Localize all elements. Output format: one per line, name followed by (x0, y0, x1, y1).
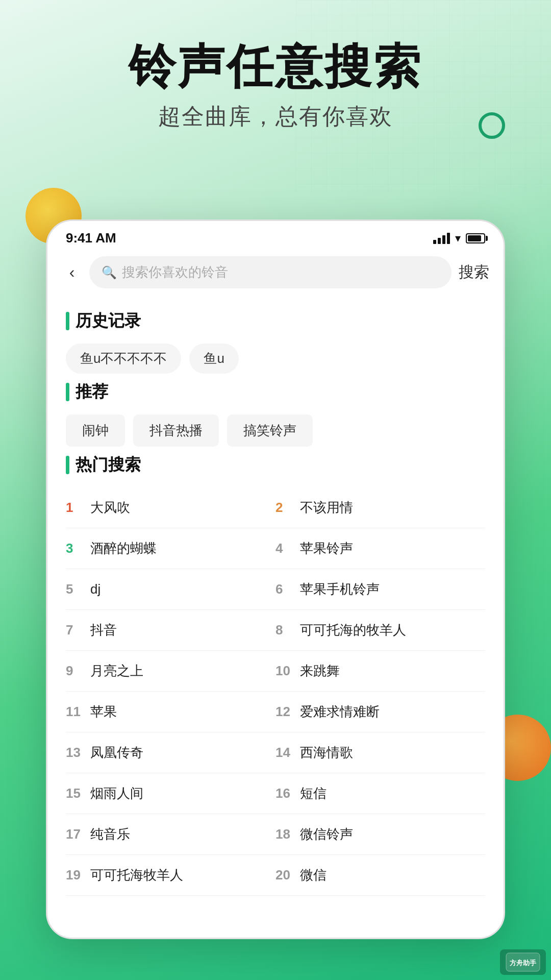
history-tags: 鱼u不不不不不 鱼u (66, 344, 485, 374)
search-icon: 🔍 (102, 265, 117, 280)
svg-text:方舟助手: 方舟助手 (509, 959, 537, 967)
status-bar: 9:41 AM ▾ (47, 221, 504, 251)
watermark-icon: 方舟助手 (505, 952, 541, 972)
hot-text-12: 爱难求情难断 (300, 703, 380, 721)
content-area: 历史记录 鱼u不不不不不 鱼u 推荐 闹钟 抖音热播 搞笑铃声 热门搜索 1 大… (47, 298, 504, 901)
hot-item-10[interactable]: 10 来跳舞 (276, 651, 485, 692)
hot-rank-13: 13 (66, 745, 81, 761)
signal-bar-3 (442, 235, 445, 244)
hot-text-9: 月亮之上 (90, 662, 143, 680)
history-tag-0[interactable]: 鱼u不不不不不 (66, 344, 181, 374)
search-box[interactable]: 🔍 搜索你喜欢的铃音 (89, 256, 452, 288)
battery-icon (466, 233, 485, 243)
hot-rank-8: 8 (276, 622, 291, 638)
hot-search-section-header: 热门搜索 (66, 454, 485, 476)
hero-title: 铃声任意搜索 (0, 41, 551, 92)
recommend-section-header: 推荐 (66, 381, 485, 403)
hot-item-20[interactable]: 20 微信 (276, 855, 485, 896)
search-placeholder: 搜索你喜欢的铃音 (122, 263, 228, 281)
hot-item-18[interactable]: 18 微信铃声 (276, 814, 485, 855)
hot-rank-3: 3 (66, 541, 81, 556)
hot-text-1: 大风吹 (90, 499, 130, 517)
hot-search-grid: 1 大风吹 2 不该用情 3 酒醉的蝴蝶 4 苹果铃声 5 dj 6 苹果手机铃… (66, 487, 485, 896)
hot-item-8[interactable]: 8 可可托海的牧羊人 (276, 610, 485, 651)
hot-item-1[interactable]: 1 大风吹 (66, 487, 276, 528)
hot-rank-1: 1 (66, 500, 81, 516)
history-section-bar (66, 312, 69, 330)
rec-tag-2[interactable]: 搞笑铃声 (227, 414, 313, 447)
hot-text-6: 苹果手机铃声 (300, 580, 380, 598)
search-button[interactable]: 搜索 (459, 262, 489, 283)
hot-text-13: 凤凰传奇 (90, 744, 143, 762)
watermark: 方舟助手 (500, 949, 546, 975)
back-button[interactable]: ‹ (62, 263, 82, 282)
hot-text-8: 可可托海的牧羊人 (300, 621, 406, 639)
hot-text-11: 苹果 (90, 703, 117, 721)
hot-item-13[interactable]: 13 凤凰传奇 (66, 732, 276, 773)
hot-rank-4: 4 (276, 541, 291, 556)
hot-rank-6: 6 (276, 581, 291, 597)
hot-rank-9: 9 (66, 663, 81, 679)
recommend-title: 推荐 (76, 381, 108, 403)
hot-rank-5: 5 (66, 581, 81, 597)
hot-item-5[interactable]: 5 dj (66, 569, 276, 610)
rec-tag-0[interactable]: 闹钟 (66, 414, 125, 447)
signal-bar-1 (433, 240, 436, 244)
hot-text-18: 微信铃声 (300, 825, 353, 843)
hot-text-5: dj (90, 581, 101, 597)
history-tag-1[interactable]: 鱼u (189, 344, 238, 374)
history-title: 历史记录 (76, 310, 141, 332)
wifi-icon: ▾ (455, 232, 461, 245)
hot-text-10: 来跳舞 (300, 662, 340, 680)
recommend-tags: 闹钟 抖音热播 搞笑铃声 (66, 414, 485, 447)
rec-tag-1[interactable]: 抖音热播 (133, 414, 219, 447)
hot-rank-17: 17 (66, 826, 81, 842)
hot-item-6[interactable]: 6 苹果手机铃声 (276, 569, 485, 610)
hot-rank-7: 7 (66, 622, 81, 638)
hot-rank-11: 11 (66, 704, 81, 720)
hot-rank-12: 12 (276, 704, 291, 720)
hot-rank-15: 15 (66, 786, 81, 801)
hot-rank-14: 14 (276, 745, 291, 761)
signal-bar-2 (438, 238, 441, 244)
hot-rank-16: 16 (276, 786, 291, 801)
hot-rank-20: 20 (276, 867, 291, 883)
hot-text-14: 西海情歌 (300, 744, 353, 762)
phone-mockup: 9:41 AM ▾ ‹ 🔍 搜索你喜欢的铃音 搜索 历史记录 (46, 219, 505, 939)
hot-item-11[interactable]: 11 苹果 (66, 692, 276, 732)
history-section-header: 历史记录 (66, 310, 485, 332)
hot-text-15: 烟雨人间 (90, 785, 143, 802)
hot-item-3[interactable]: 3 酒醉的蝴蝶 (66, 528, 276, 569)
hot-item-12[interactable]: 12 爱难求情难断 (276, 692, 485, 732)
hot-item-15[interactable]: 15 烟雨人间 (66, 773, 276, 814)
hot-item-9[interactable]: 9 月亮之上 (66, 651, 276, 692)
hot-text-2: 不该用情 (300, 499, 353, 517)
hot-text-4: 苹果铃声 (300, 540, 353, 557)
battery-fill (468, 235, 481, 241)
hot-item-19[interactable]: 19 可可托海牧羊人 (66, 855, 276, 896)
hot-item-16[interactable]: 16 短信 (276, 773, 485, 814)
hero-section: 铃声任意搜索 超全曲库，总有你喜欢 (0, 41, 551, 132)
hot-rank-10: 10 (276, 663, 291, 679)
hot-item-17[interactable]: 17 纯音乐 (66, 814, 276, 855)
hot-item-14[interactable]: 14 西海情歌 (276, 732, 485, 773)
status-icons: ▾ (433, 232, 485, 245)
hot-text-16: 短信 (300, 785, 327, 802)
hot-text-3: 酒醉的蝴蝶 (90, 540, 157, 557)
recommend-section-bar (66, 383, 69, 401)
hot-search-title: 热门搜索 (76, 454, 141, 476)
hot-item-2[interactable]: 2 不该用情 (276, 487, 485, 528)
hot-text-7: 抖音 (90, 621, 117, 639)
hot-rank-2: 2 (276, 500, 291, 516)
hero-subtitle: 超全曲库，总有你喜欢 (0, 102, 551, 132)
hot-text-19: 可可托海牧羊人 (90, 866, 183, 884)
signal-bars-icon (433, 233, 450, 244)
search-area: ‹ 🔍 搜索你喜欢的铃音 搜索 (47, 251, 504, 298)
hot-item-7[interactable]: 7 抖音 (66, 610, 276, 651)
hot-rank-19: 19 (66, 867, 81, 883)
hot-search-section-bar (66, 456, 69, 474)
hot-text-17: 纯音乐 (90, 825, 130, 843)
hot-text-20: 微信 (300, 866, 327, 884)
hot-rank-18: 18 (276, 826, 291, 842)
hot-item-4[interactable]: 4 苹果铃声 (276, 528, 485, 569)
